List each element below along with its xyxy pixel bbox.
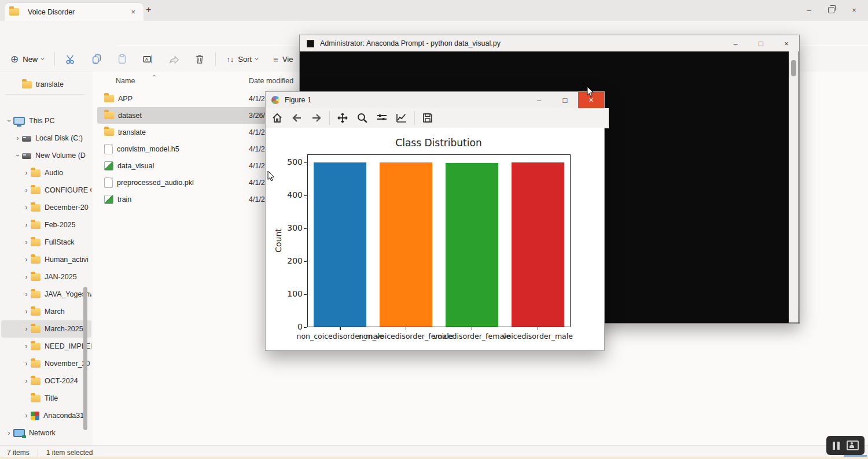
file-icon (104, 161, 113, 171)
chevron-icon[interactable] (22, 169, 31, 177)
chevron-icon[interactable] (22, 360, 31, 368)
sidebar-item[interactable]: This PC (1, 112, 91, 129)
sidebar-item-icon (31, 187, 41, 194)
pan-button[interactable] (336, 111, 350, 125)
tab-close-icon[interactable]: × (127, 8, 139, 16)
chevron-icon[interactable] (22, 377, 31, 385)
chevron-icon[interactable] (22, 342, 31, 350)
save-button[interactable] (421, 111, 435, 125)
chevron-icon[interactable] (22, 412, 31, 420)
chevron-icon[interactable] (22, 256, 31, 264)
sidebar-item[interactable]: JAN-2025 (1, 268, 91, 286)
file-name[interactable]: preprocessed_audio.pkl (117, 179, 233, 187)
terminal-scrollbar[interactable] (789, 51, 799, 323)
sidebar-pinned-list: translate (0, 72, 93, 93)
sidebar-item[interactable]: CONFIGURE C (1, 182, 91, 199)
sidebar-item[interactable]: FullStack (1, 234, 91, 251)
view-button[interactable]: ≡ Vie (273, 54, 293, 64)
axes-edit-button[interactable] (395, 111, 409, 125)
clipboard-icon (117, 54, 127, 64)
figure-title-bar[interactable]: Figure 1 – □ × (266, 92, 604, 108)
new-button[interactable]: ⊕ New › (10, 53, 44, 65)
webcam-frame-icon[interactable] (847, 441, 859, 450)
zoom-button[interactable] (355, 111, 369, 125)
terminal-minimize-button[interactable]: – (723, 35, 748, 51)
file-name[interactable]: APP (118, 95, 234, 103)
screen: Voice Disorder × + – × ← → ↑ › This PC ›… (0, 0, 868, 459)
chevron-icon[interactable] (13, 151, 22, 160)
paste-button[interactable] (117, 54, 127, 64)
sidebar-item[interactable]: November_20 (1, 355, 91, 372)
sidebar-item[interactable]: translate (1, 76, 91, 93)
chevron-icon[interactable] (22, 290, 31, 298)
cut-button[interactable] (65, 54, 76, 65)
sidebar-item[interactable]: New Volume (D (1, 147, 91, 164)
recording-control-overlay[interactable] (826, 436, 865, 455)
sidebar-scrollbar[interactable] (83, 287, 87, 430)
chevron-icon[interactable] (5, 117, 13, 125)
file-date-modified: 3/26/ (249, 112, 265, 120)
sidebar-item[interactable]: December-20 (1, 199, 91, 216)
sidebar-item[interactable]: JAVA_Yogeshw (1, 286, 91, 303)
terminal-maximize-button[interactable]: □ (748, 35, 774, 51)
file-icon (104, 128, 114, 136)
file-name[interactable]: data_visual (117, 162, 233, 170)
terminal-title-bar[interactable]: Administrator: Anaconda Prompt - python … (300, 35, 799, 51)
sidebar-item[interactable]: Audio (1, 164, 91, 182)
file-name[interactable]: dataset (118, 112, 234, 120)
explorer-tab[interactable]: Voice Disorder × (5, 3, 144, 21)
sort-button-label: Sort (238, 55, 252, 64)
chevron-icon[interactable] (22, 238, 31, 246)
figure-maximize-button[interactable]: □ (552, 92, 578, 108)
figure-window[interactable]: Figure 1 – □ × (265, 91, 605, 351)
sidebar-item-icon (31, 291, 41, 298)
chevron-icon[interactable] (22, 186, 31, 194)
file-icon (104, 177, 113, 188)
chevron-icon[interactable] (22, 203, 31, 212)
terminal-scrollbar-thumb[interactable] (791, 60, 796, 76)
sidebar-item-icon (31, 204, 41, 212)
window-close-button[interactable]: × (843, 0, 866, 20)
sidebar-item[interactable]: March (1, 303, 91, 320)
chevron-icon[interactable] (13, 134, 22, 142)
column-header-date-modified[interactable]: Date modified (249, 77, 293, 85)
chevron-icon[interactable] (22, 325, 31, 333)
sidebar-item[interactable]: Anaconda311 (1, 407, 91, 424)
delete-button[interactable] (194, 54, 205, 64)
rename-button[interactable]: A (142, 54, 153, 65)
figure-minimize-button[interactable]: – (526, 92, 552, 108)
sidebar-item[interactable]: Network (1, 424, 91, 442)
pause-icon[interactable] (833, 442, 840, 450)
desktop-edge-strip (0, 457, 868, 459)
file-name[interactable]: translate (118, 128, 234, 136)
chevron-icon[interactable] (22, 221, 31, 229)
sort-button[interactable]: ↑↓ Sort › (226, 55, 258, 64)
sidebar-tree: This PC Local Disk (C:) New Volume (D Au… (0, 93, 93, 442)
sidebar-item-label: December-20 (45, 203, 89, 212)
home-button[interactable] (270, 111, 284, 125)
back-button[interactable] (290, 111, 304, 125)
view-lines-icon: ≡ (273, 54, 278, 64)
subplot-config-button[interactable] (375, 111, 389, 125)
column-header-name[interactable]: Name (116, 77, 135, 85)
new-tab-button[interactable]: + (146, 5, 151, 15)
sidebar-item[interactable]: NEED_IMPLEM (1, 338, 91, 355)
sidebar-item[interactable]: Human_activi (1, 251, 91, 268)
file-name[interactable]: convlstm_model.h5 (117, 145, 233, 153)
share-button[interactable] (168, 54, 179, 65)
sidebar-item[interactable]: OCT-2024 (1, 372, 91, 390)
figure-canvas[interactable]: Class Distribution (266, 128, 604, 350)
chevron-icon[interactable] (22, 273, 31, 281)
window-restore-button[interactable] (819, 0, 843, 20)
forward-button[interactable] (310, 111, 323, 125)
sidebar-item[interactable]: Title (1, 390, 91, 407)
copy-button[interactable] (91, 54, 102, 64)
sidebar-item[interactable]: March-2025 (1, 320, 91, 338)
sidebar-item[interactable]: Feb-2025 (1, 216, 91, 234)
chevron-icon[interactable] (22, 308, 31, 316)
chevron-icon[interactable] (5, 429, 13, 437)
window-minimize-button[interactable]: – (797, 0, 821, 20)
terminal-close-button[interactable]: × (774, 35, 799, 51)
sidebar-item[interactable]: Local Disk (C:) (1, 129, 91, 147)
file-name[interactable]: train (117, 195, 233, 203)
